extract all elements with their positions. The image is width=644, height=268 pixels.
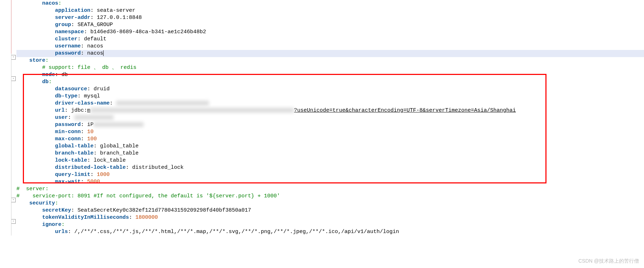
code-line[interactable]: urls: /,/**/*.css,/**/*.js,/**/*.html,/*… xyxy=(16,228,644,236)
code-line[interactable]: secretKey: SeataSecretKey0c382ef121d7780… xyxy=(16,207,644,214)
redacted-text xyxy=(74,115,114,120)
code-line[interactable]: driver-class-name: xyxy=(16,100,644,107)
code-line[interactable]: application: seata-server xyxy=(16,7,644,14)
text-caret xyxy=(103,50,104,56)
code-line[interactable]: password: nacos xyxy=(16,50,644,57)
code-line[interactable]: max-wait: 5000 xyxy=(16,178,644,186)
code-line[interactable]: distributed-lock-table: distributed_lock xyxy=(16,164,644,171)
redacted-text xyxy=(90,108,294,113)
code-line[interactable]: tokenValidityInMilliseconds: 1800000 xyxy=(16,214,644,221)
code-line[interactable]: global-table: global_table xyxy=(16,143,644,150)
redacted-text xyxy=(94,122,144,127)
code-line[interactable]: ignore: xyxy=(16,221,644,228)
code-line[interactable]: lock-table: lock_table xyxy=(16,157,644,164)
code-line[interactable]: branch-table: branch_table xyxy=(16,150,644,157)
indent-guide xyxy=(11,54,11,236)
code-line[interactable]: store: xyxy=(16,57,644,64)
code-line[interactable]: max-conn: 100 xyxy=(16,136,644,143)
code-line[interactable]: username: nacos xyxy=(16,43,644,50)
code-line[interactable]: mode: db xyxy=(16,71,644,79)
indent-guide xyxy=(11,0,11,54)
code-line[interactable]: db-type: mysql xyxy=(16,93,644,100)
code-line[interactable]: security: xyxy=(16,200,644,207)
code-line[interactable]: group: SEATA_GROUP xyxy=(16,21,644,29)
fold-toggle[interactable]: - xyxy=(11,219,16,224)
code-line[interactable]: # server: xyxy=(16,186,644,193)
code-line[interactable]: namespace: b146ed36-8689-48ca-b341-ae1c2… xyxy=(16,29,644,36)
code-line[interactable]: query-limit: 1000 xyxy=(16,171,644,178)
code-line[interactable]: server-addr: 127.0.0.1:8848 xyxy=(16,14,644,21)
code-line[interactable]: nacos: xyxy=(16,0,644,7)
fold-toggle[interactable]: - xyxy=(11,55,16,60)
code-line[interactable]: # service-port: 8091 #If not configured,… xyxy=(16,193,644,200)
code-line[interactable]: url: jdbc:m?useUnicode=true&characterEnc… xyxy=(16,107,644,114)
code-line[interactable]: password: iP xyxy=(16,121,644,128)
redacted-text xyxy=(116,101,209,106)
line-gutter xyxy=(0,0,11,236)
code-line[interactable]: datasource: druid xyxy=(16,86,644,93)
code-line[interactable]: cluster: default xyxy=(16,36,644,43)
fold-toggle[interactable]: - xyxy=(11,76,16,81)
code-editor: ---- nacos: application: seata-server se… xyxy=(0,0,644,236)
code-area[interactable]: nacos: application: seata-server server-… xyxy=(16,0,644,236)
code-line[interactable]: # support: file 、 db 、 redis xyxy=(16,64,644,71)
code-line[interactable]: user: xyxy=(16,114,644,121)
fold-column: ---- xyxy=(11,0,16,236)
code-line[interactable]: min-conn: 10 xyxy=(16,128,644,136)
fold-toggle[interactable]: - xyxy=(11,198,16,202)
code-line[interactable]: db: xyxy=(16,79,644,86)
